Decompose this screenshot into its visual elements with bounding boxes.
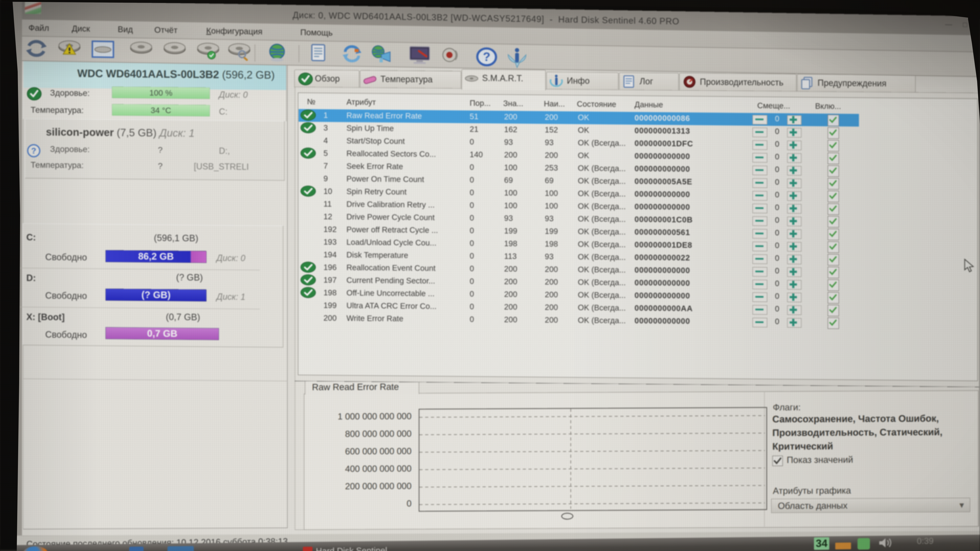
svg-text:?: ? xyxy=(483,50,490,64)
svg-text:?: ? xyxy=(31,146,36,155)
